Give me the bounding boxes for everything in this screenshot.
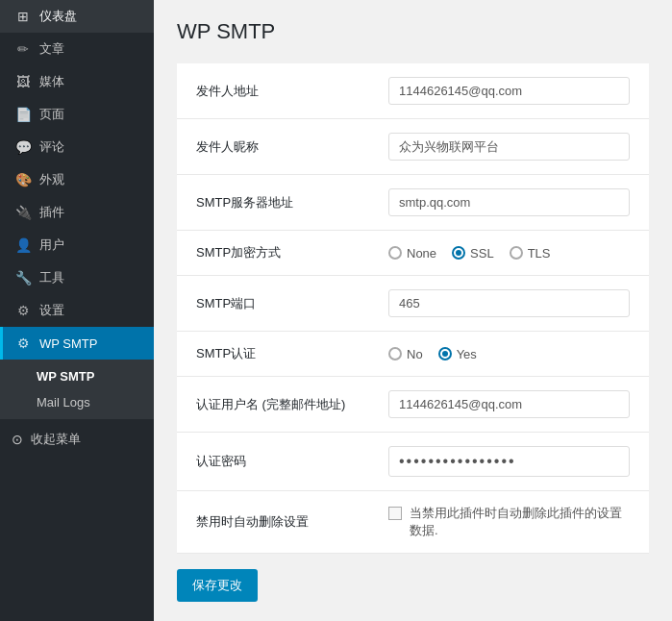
sidebar-item-label: 媒体 (39, 73, 64, 90)
smtp-encrypt-field: None SSL TLS (388, 246, 630, 261)
sidebar-item-posts[interactable]: ✏ 文章 (0, 33, 154, 65)
radio-ssl-label: SSL (470, 246, 494, 261)
collapse-label: 收起菜单 (31, 431, 81, 448)
sidebar-item-appearance[interactable]: 🎨 外观 (0, 163, 154, 196)
smtp-port-input[interactable] (388, 289, 630, 317)
smtp-host-row: SMTP服务器地址 (177, 175, 649, 231)
sender-name-label: 发件人昵称 (196, 138, 388, 156)
sidebar-item-label: 外观 (39, 171, 64, 188)
appearance-icon: 🎨 (14, 171, 32, 188)
sender-address-label: 发件人地址 (196, 83, 388, 100)
pages-icon: 📄 (14, 106, 32, 123)
sidebar-item-plugins[interactable]: 🔌 插件 (0, 196, 154, 229)
tools-icon: 🔧 (14, 269, 32, 286)
collapse-icon: ⊙ (12, 432, 23, 447)
sidebar-item-media[interactable]: 🖼 媒体 (0, 65, 154, 98)
radio-no-label: No (407, 347, 423, 361)
sidebar-item-wpsmtp[interactable]: ⚙ WP SMTP (0, 327, 154, 360)
auto-delete-label: 禁用时自动删除设置 (196, 513, 388, 531)
submenu: WP SMTP Mail Logs (0, 360, 154, 419)
posts-icon: ✏ (14, 40, 32, 58)
smtp-encrypt-ssl[interactable]: SSL (452, 246, 494, 261)
radio-tls-label: TLS (528, 246, 551, 261)
smtp-encrypt-row: SMTP加密方式 None SSL TLS (177, 231, 649, 276)
smtp-host-input[interactable] (388, 188, 630, 216)
sender-name-input[interactable] (388, 133, 630, 161)
auth-password-field (388, 446, 630, 477)
smtp-auth-row: SMTP认证 No Yes (177, 332, 649, 377)
smtp-auth-radio-group: No Yes (388, 347, 630, 361)
radio-ssl[interactable] (452, 246, 465, 260)
smtp-port-label: SMTP端口 (196, 295, 388, 312)
smtp-encrypt-tls[interactable]: TLS (510, 246, 551, 261)
sidebar-item-pages[interactable]: 📄 页面 (0, 98, 154, 131)
auto-delete-checkbox[interactable] (388, 507, 402, 520)
sidebar-item-label: WP SMTP (39, 336, 97, 351)
sidebar-item-label: 插件 (39, 204, 64, 221)
sidebar-item-label: 文章 (39, 40, 64, 58)
page-title: WP SMTP (177, 19, 649, 44)
smtp-encrypt-none[interactable]: None (388, 246, 436, 261)
smtp-port-field (388, 289, 630, 317)
smtp-encrypt-radio-group: None SSL TLS (388, 246, 630, 261)
sender-name-row: 发件人昵称 (177, 119, 649, 175)
radio-none[interactable] (388, 246, 402, 260)
auto-delete-field: 当禁用此插件时自动删除此插件的设置数据. (388, 505, 630, 539)
main-content: WP SMTP 发件人地址 发件人昵称 SMTP服务器地址 SMTP加密方式 (154, 0, 672, 621)
radio-no[interactable] (388, 347, 402, 360)
auth-password-input[interactable] (388, 446, 630, 477)
submenu-item-mail-logs[interactable]: Mail Logs (0, 389, 154, 415)
radio-none-label: None (407, 246, 436, 261)
comments-icon: 💬 (14, 138, 32, 156)
sender-name-field (388, 133, 630, 161)
smtp-port-row: SMTP端口 (177, 276, 649, 332)
sender-address-field (388, 77, 630, 105)
smtp-encrypt-label: SMTP加密方式 (196, 244, 388, 261)
sidebar-item-dashboard[interactable]: ⊞ 仪表盘 (0, 0, 154, 33)
sidebar-item-label: 设置 (39, 302, 64, 319)
sender-address-row: 发件人地址 (177, 63, 649, 119)
auth-password-label: 认证密码 (196, 453, 388, 470)
radio-yes[interactable] (438, 347, 452, 360)
wpsmtp-icon: ⚙ (14, 335, 32, 352)
sidebar-item-comments[interactable]: 💬 评论 (0, 131, 154, 163)
sidebar-item-label: 用户 (39, 236, 64, 254)
save-button[interactable]: 保存更改 (177, 569, 258, 602)
sender-address-input[interactable] (388, 77, 630, 105)
sidebar-item-tools[interactable]: 🔧 工具 (0, 261, 154, 294)
smtp-auth-no[interactable]: No (388, 347, 423, 361)
sidebar-item-label: 仪表盘 (39, 8, 77, 25)
smtp-host-field (388, 188, 630, 216)
sidebar-item-label: 工具 (39, 269, 64, 286)
sidebar-item-users[interactable]: 👤 用户 (0, 229, 154, 261)
dashboard-icon: ⊞ (14, 8, 32, 25)
auth-username-input[interactable] (388, 390, 630, 418)
settings-icon: ⚙ (14, 302, 32, 319)
auth-username-label: 认证用户名 (完整邮件地址) (196, 396, 388, 413)
smtp-host-label: SMTP服务器地址 (196, 194, 388, 211)
sidebar-item-label: 评论 (39, 138, 64, 156)
sidebar-collapse[interactable]: ⊙ 收起菜单 (0, 423, 154, 456)
submenu-item-wpsmtp[interactable]: WP SMTP (0, 363, 154, 389)
auto-delete-checkbox-row: 当禁用此插件时自动删除此插件的设置数据. (388, 505, 630, 539)
auth-username-field (388, 390, 630, 418)
smtp-auth-field: No Yes (388, 347, 630, 361)
plugins-icon: 🔌 (14, 204, 32, 221)
auto-delete-checkbox-label: 当禁用此插件时自动删除此插件的设置数据. (410, 505, 630, 539)
sidebar-item-settings[interactable]: ⚙ 设置 (0, 294, 154, 327)
smtp-auth-label: SMTP认证 (196, 345, 388, 362)
auth-password-row: 认证密码 (177, 433, 649, 491)
sidebar: ⊞ 仪表盘 ✏ 文章 🖼 媒体 📄 页面 💬 评论 🎨 外观 🔌 插件 👤 用户… (0, 0, 154, 621)
form-container: 发件人地址 发件人昵称 SMTP服务器地址 SMTP加密方式 (177, 63, 649, 554)
radio-tls[interactable] (510, 246, 523, 260)
auto-delete-row: 禁用时自动删除设置 当禁用此插件时自动删除此插件的设置数据. (177, 491, 649, 554)
media-icon: 🖼 (14, 73, 32, 90)
radio-yes-label: Yes (457, 347, 477, 361)
users-icon: 👤 (14, 236, 32, 254)
auth-username-row: 认证用户名 (完整邮件地址) (177, 377, 649, 433)
sidebar-item-label: 页面 (39, 106, 64, 123)
smtp-auth-yes[interactable]: Yes (438, 347, 477, 361)
